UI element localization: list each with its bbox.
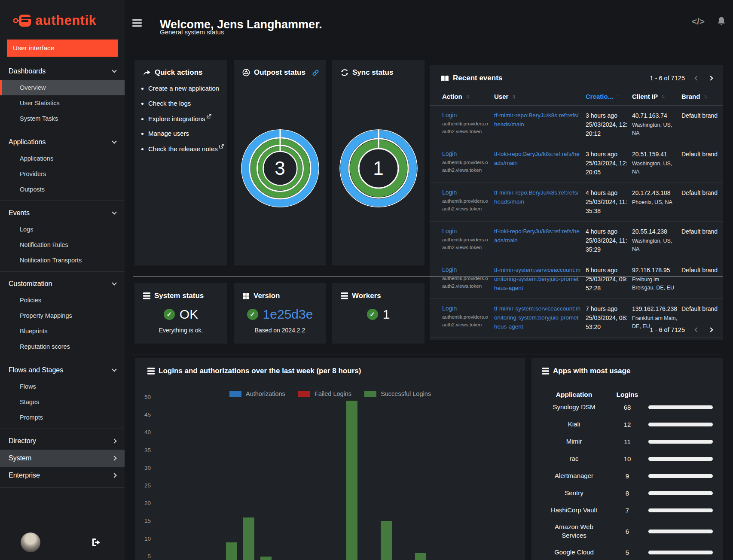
sidebar-section-events[interactable]: Events bbox=[0, 204, 125, 222]
quick-action-check-logs[interactable]: Check the logs bbox=[148, 100, 191, 107]
link-chain-icon[interactable] bbox=[312, 69, 319, 76]
sidebar-item-notification-transports[interactable]: Notification Transports bbox=[0, 253, 125, 268]
event-user-link[interactable]: tf-mimir-repo:BeryJu/k8s:ref:refs/heads/… bbox=[494, 189, 581, 216]
pagination-prev-icon[interactable] bbox=[694, 76, 699, 80]
user-interface-button[interactable]: User interface bbox=[7, 40, 118, 57]
sidebar-item-policies[interactable]: Policies bbox=[0, 292, 125, 308]
sidebar-section-directory[interactable]: Directory bbox=[0, 432, 125, 450]
list-item: Check the release notes bbox=[148, 144, 227, 154]
outpost-status-title-row: Outpost status bbox=[234, 60, 326, 77]
api-code-icon[interactable]: </> bbox=[692, 16, 705, 27]
column-header-action[interactable]: Action↑↓ bbox=[442, 93, 490, 100]
event-action-link[interactable]: Login bbox=[442, 150, 457, 157]
y-tick-label: 40 bbox=[144, 429, 151, 435]
card-title: Version bbox=[253, 292, 280, 300]
sidebar-section-applications[interactable]: Applications bbox=[0, 134, 125, 151]
sidebar-item-blueprints[interactable]: Blueprints bbox=[0, 323, 125, 339]
event-context: authentik.providers.oauth2.views.token bbox=[442, 120, 490, 136]
app-name: Alertmanager bbox=[542, 472, 606, 480]
section-label: Flows and Stages bbox=[9, 366, 63, 374]
hamburger-menu-icon[interactable] bbox=[132, 19, 142, 28]
event-user-link[interactable]: tf-loki-repo:BeryJu/k8s:ref:refs/heads/m… bbox=[494, 227, 581, 254]
pagination-prev-icon[interactable] bbox=[694, 327, 699, 332]
outpost-count: 3 bbox=[239, 128, 321, 209]
quick-action-create-application[interactable]: Create a new application bbox=[148, 85, 219, 92]
sidebar-item-overview[interactable]: Overview bbox=[0, 80, 125, 95]
avatar[interactable] bbox=[21, 533, 40, 552]
event-user-link[interactable]: tf-mimir-system:serviceaccount:monitorin… bbox=[494, 266, 581, 293]
column-header-user[interactable]: User↑↓ bbox=[494, 93, 581, 100]
sidebar-item-applications[interactable]: Applications bbox=[0, 151, 125, 166]
apps-usage-card: Apps with most usage Application Logins … bbox=[531, 358, 723, 560]
legend-swatch-authorizations bbox=[229, 391, 241, 397]
sidebar-section-flows-and-stages[interactable]: Flows and Stages bbox=[0, 362, 125, 379]
notification-bell-icon[interactable] bbox=[717, 16, 726, 27]
sidebar-section-enterprise[interactable]: Enterprise bbox=[0, 467, 125, 484]
event-time-relative: 3 hours ago bbox=[586, 150, 628, 159]
quick-actions-title-row: Quick actions bbox=[134, 60, 227, 77]
column-header-client-ip[interactable]: Client IP↑↓ bbox=[632, 93, 677, 100]
event-geo: Washington, US, NA bbox=[632, 160, 677, 176]
chart-bar bbox=[415, 553, 426, 560]
quick-action-manage-users[interactable]: Manage users bbox=[148, 130, 189, 137]
version-detail: Based on 2024.2.2 bbox=[234, 327, 326, 334]
version-value-link[interactable]: 1e25d3e bbox=[263, 307, 313, 322]
event-user-link[interactable]: tf-mimir-repo:BeryJu/k8s:ref:refs/heads/… bbox=[494, 111, 581, 138]
sidebar-item-providers[interactable]: Providers bbox=[0, 166, 125, 182]
app-logins: 11 bbox=[612, 438, 642, 445]
sidebar-item-reputation-scores[interactable]: Reputation scores bbox=[0, 339, 125, 354]
sidebar-item-property-mappings[interactable]: Property Mappings bbox=[0, 308, 125, 323]
event-user-link[interactable]: tf-loki-repo:BeryJu/k8s:ref:refs/heads/m… bbox=[494, 150, 581, 177]
chevron-right-icon bbox=[112, 456, 116, 460]
sidebar-section-dashboards[interactable]: Dashboards bbox=[0, 63, 125, 80]
workers-value: 1 bbox=[383, 307, 390, 322]
legend-swatch-successful-logins bbox=[364, 391, 376, 397]
nav-divider bbox=[0, 429, 125, 429]
sidebar: authentik User interface Dashboards Over… bbox=[0, 0, 125, 560]
event-time-absolute: 25/03/2024, 11:35:38 bbox=[586, 198, 628, 216]
pagination-next-icon[interactable] bbox=[708, 76, 713, 80]
event-action-link[interactable]: Login bbox=[442, 228, 457, 234]
quick-action-explore-integrations[interactable]: Explore integrations bbox=[148, 115, 205, 122]
sidebar-section-customization[interactable]: Customization bbox=[0, 275, 125, 292]
sidebar-item-stages[interactable]: Stages bbox=[0, 394, 125, 410]
sidebar-item-flows[interactable]: Flows bbox=[0, 379, 125, 394]
external-link-icon bbox=[207, 114, 211, 119]
chevron-down-icon bbox=[112, 210, 116, 214]
quick-actions-card: Quick actions Create a new application C… bbox=[134, 60, 227, 265]
y-tick-label: 10 bbox=[144, 536, 151, 542]
legend-item: Failed Logins bbox=[298, 390, 351, 397]
event-time-relative: 4 hours ago bbox=[586, 189, 628, 198]
column-header-creation[interactable]: Creatio...↑ bbox=[586, 93, 628, 100]
app-logins: 5 bbox=[612, 549, 642, 556]
app-usage-row: Alertmanager9 bbox=[531, 467, 723, 484]
sidebar-item-outposts[interactable]: Outposts bbox=[0, 182, 125, 197]
card-title: Outpost status bbox=[254, 68, 305, 77]
event-action-link[interactable]: Login bbox=[442, 112, 457, 119]
sidebar-item-system-tasks[interactable]: System Tasks bbox=[0, 111, 125, 126]
sidebar-item-logs[interactable]: Logs bbox=[0, 222, 125, 237]
chart-title: Logins and authorizations over the last … bbox=[159, 367, 361, 375]
sidebar-item-notification-rules[interactable]: Notification Rules bbox=[0, 237, 125, 253]
system-status-detail: Everything is ok. bbox=[134, 327, 227, 334]
event-time-absolute: 25/03/2024, 12:20:12 bbox=[586, 120, 628, 138]
app-logins: 9 bbox=[612, 472, 642, 480]
y-tick-label: 30 bbox=[144, 465, 151, 471]
event-time-absolute: 25/03/2024, 11:35:29 bbox=[586, 236, 628, 254]
event-action-link[interactable]: Login bbox=[442, 305, 457, 312]
quick-action-release-notes[interactable]: Check the release notes bbox=[148, 145, 218, 152]
pagination-next-icon[interactable] bbox=[708, 327, 713, 332]
card-title: Sync status bbox=[352, 68, 393, 77]
event-user-link[interactable]: tf-mimir-system:serviceaccount:monitorin… bbox=[494, 304, 581, 332]
logout-icon[interactable] bbox=[91, 537, 101, 548]
sidebar-item-prompts[interactable]: Prompts bbox=[0, 410, 125, 425]
event-action-link[interactable]: Login bbox=[442, 189, 457, 196]
book-icon bbox=[441, 75, 449, 82]
card-title: System status bbox=[154, 292, 204, 300]
event-client-ip: 40.71.163.74 bbox=[632, 111, 677, 120]
event-action-link[interactable]: Login bbox=[442, 266, 457, 273]
sidebar-item-user-statistics[interactable]: User Statistics bbox=[0, 95, 125, 111]
chevron-right-icon bbox=[112, 473, 116, 478]
sidebar-section-system[interactable]: System bbox=[0, 450, 125, 467]
column-header-brand[interactable]: Brand↑↓ bbox=[681, 93, 720, 100]
